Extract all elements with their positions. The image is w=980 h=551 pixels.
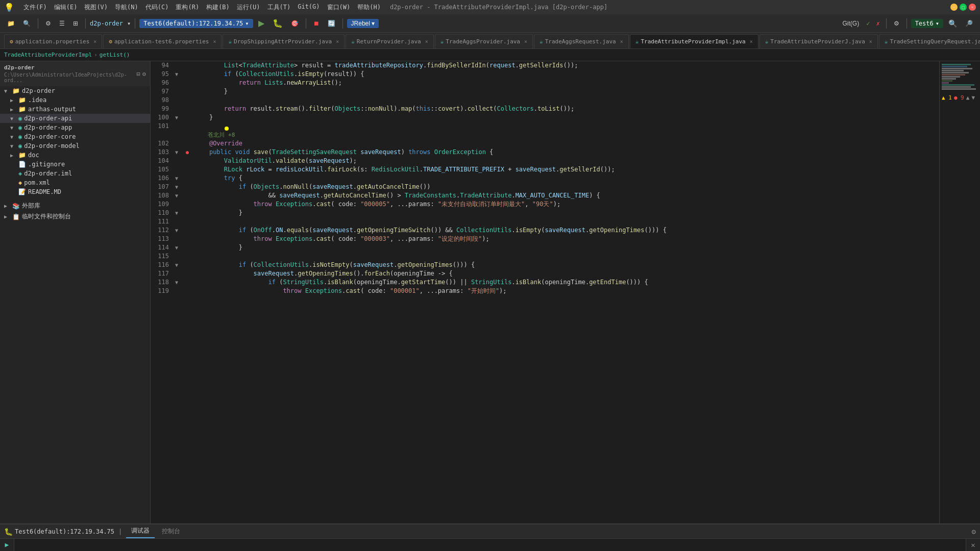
test-config-selector[interactable]: Test6 ▾ <box>911 19 943 28</box>
code-content-101 <box>192 122 939 131</box>
close-panel-btn[interactable]: ✕ <box>971 541 975 549</box>
line-num-108: 108 <box>151 191 175 200</box>
tab-close-icon-8[interactable]: × <box>869 39 872 44</box>
line-num-97: 97 <box>151 87 175 96</box>
tab-trade-setting-query[interactable]: ☕ TradeSettingQueryRequest.java × <box>879 34 980 48</box>
breadcrumb-method[interactable]: getList() <box>100 52 130 58</box>
tab-close-icon-5[interactable]: × <box>524 39 527 44</box>
line-num-95: 95 <box>151 70 175 79</box>
code-content-100: } <box>192 113 939 122</box>
project-view-btn[interactable]: 📁 <box>4 19 18 28</box>
sidebar: d2p-order C:\Users\Administrator\IdeaPro… <box>0 61 151 523</box>
breadcrumb-class[interactable]: TradeAttributeProviderImpl <box>4 52 92 58</box>
sidebar-item-d2p-order[interactable]: ▼ 📁 d2p-order <box>0 86 150 95</box>
minimize-button[interactable]: − <box>950 4 958 11</box>
tab-close-icon-3[interactable]: × <box>336 39 339 44</box>
close-button[interactable]: × <box>969 4 976 11</box>
breakpoint-103[interactable]: ● <box>186 148 189 157</box>
menu-edit[interactable]: 编辑(E) <box>51 2 81 13</box>
toolbar-layout[interactable]: ☰ <box>56 19 68 28</box>
menu-run[interactable]: 运行(U) <box>234 2 263 13</box>
code-content-116: if (CollectionUtils.isNotEmpty(saveReque… <box>192 261 939 269</box>
debug-config-icon[interactable]: 🐛 <box>4 528 13 536</box>
debug-button[interactable]: 🐛 <box>270 17 286 29</box>
menu-file[interactable]: 文件(F) <box>20 2 50 13</box>
java-icon-1: ☕ <box>228 38 232 45</box>
sidebar-item-external-libs[interactable]: ▶ 📚 外部库 <box>0 201 150 211</box>
settings-icon[interactable]: ⚙ <box>142 70 146 78</box>
code-content-95: if (CollectionUtils.isEmpty(result)) { <box>192 70 939 79</box>
code-editor[interactable]: 94 List<TradeAttribute> result = tradeAt… <box>151 61 939 523</box>
toolbar-sep-3 <box>135 18 135 29</box>
code-line-113: 113 throw Exceptions.cast( code: "000003… <box>151 235 939 243</box>
sidebar-item-arthas[interactable]: ▶ 📁 arthas-output <box>0 105 150 114</box>
panel-settings-btn[interactable]: ⚙ <box>972 528 976 536</box>
sidebar-item-pom[interactable]: ◆ pom.xml <box>0 178 150 187</box>
folder-icon-4: 📁 <box>18 152 26 159</box>
tab-trade-attribute-impl[interactable]: ☕ TradeAttributeProviderImpl.java × <box>630 34 758 48</box>
menu-view[interactable]: 视图(V) <box>81 2 111 13</box>
menu-git[interactable]: Git(G) <box>295 2 323 13</box>
sidebar-item-d2p-order-app[interactable]: ▼ ◉ d2p-order-app <box>0 123 150 132</box>
sidebar-item-readme[interactable]: 📝 README.MD <box>0 187 150 196</box>
tab-trade-aggs-provider[interactable]: ☕ TradeAggsProvider.java × <box>435 34 533 48</box>
code-line-104: 104 ValidatorUtil.validate(saveRequest); <box>151 157 939 165</box>
fold-110: ▼ <box>175 209 182 217</box>
menu-code[interactable]: 代码(C) <box>142 2 172 13</box>
sidebar-item-doc[interactable]: ▶ 📁 doc <box>0 151 150 160</box>
fold-108: ▼ <box>175 191 182 200</box>
stop-button[interactable]: ⏹ <box>310 19 323 28</box>
btm-tab-debugger[interactable]: 调试器 <box>126 524 155 538</box>
jrebel-button[interactable]: JRebel ▾ <box>347 19 379 28</box>
menu-refactor[interactable]: 重构(R) <box>173 2 202 13</box>
code-content-102: @Override <box>192 139 939 148</box>
code-line-114: 114 ▼ } <box>151 243 939 252</box>
tab-trade-attribute-j[interactable]: ☕ TradeAttributeProviderJ.java × <box>760 34 878 48</box>
line-num-102: 102 <box>151 139 175 148</box>
run-button[interactable]: ▶ <box>255 17 267 29</box>
resume-btn[interactable]: ▶ <box>2 541 12 548</box>
toolbar-search[interactable]: 🔍 <box>20 19 34 28</box>
maximize-button[interactable]: □ <box>960 4 967 11</box>
sidebar-item-d2p-order-core[interactable]: ▼ ◉ d2p-order-core <box>0 132 150 141</box>
sidebar-item-gitignore[interactable]: 📄 .gitignore <box>0 160 150 169</box>
tab-close-icon[interactable]: × <box>93 39 96 44</box>
menu-nav[interactable]: 导航(N) <box>112 2 141 13</box>
menu-window[interactable]: 窗口(W) <box>324 2 354 13</box>
tab-dropshipping[interactable]: ☕ DropShippingAttrProvider.java × <box>223 34 345 48</box>
tab-close-icon-2[interactable]: × <box>213 39 216 44</box>
nav-down[interactable]: ▼ <box>971 94 975 101</box>
settings-global[interactable]: ⚙ <box>891 19 902 28</box>
toolbar-settings[interactable]: ⚙ <box>42 19 54 28</box>
tab-application-test6[interactable]: ⚙ application-test6.properties × <box>103 34 222 48</box>
tab-return-provider[interactable]: ☕ ReturnProvider.java × <box>346 34 434 48</box>
sidebar-item-d2p-order-model[interactable]: ▼ ◉ d2p-order-model <box>0 141 150 151</box>
tab-close-icon-7[interactable]: × <box>750 39 753 44</box>
btm-tab-console[interactable]: 控制台 <box>157 525 185 538</box>
tab-trade-aggs-request[interactable]: ☕ TradeAggsRequest.java × <box>534 34 629 48</box>
collapse-all-btn[interactable]: ⊟ <box>137 70 140 78</box>
restart-button[interactable]: 🔄 <box>325 19 338 28</box>
menu-help[interactable]: 帮助(H) <box>354 2 384 13</box>
code-line-97: 97 } <box>151 87 939 96</box>
menu-tools[interactable]: 工具(T) <box>264 2 294 13</box>
sidebar-item-d2p-order-api[interactable]: ▼ ◉ d2p-order-api <box>0 114 150 123</box>
tab-close-icon-4[interactable]: × <box>425 39 428 44</box>
menu-build[interactable]: 构建(B) <box>203 2 233 13</box>
sidebar-item-temp-files[interactable]: ▶ 📋 临时文件和控制台 <box>0 211 150 222</box>
nav-up[interactable]: ▲ <box>966 94 970 101</box>
sidebar-item-iml[interactable]: ◈ d2p-order.iml <box>0 169 150 178</box>
toolbar-split[interactable]: ⊞ <box>70 19 81 28</box>
fold-106: ▼ <box>175 174 182 183</box>
zoom-out-btn[interactable]: 🔍 <box>945 18 960 29</box>
git-toolbar-btn[interactable]: Git(G) <box>840 19 863 28</box>
bottom-content: ▶ ↷ ↓ ↑ → ⌨ ⟳ ⊙ ⊘ ⏹ 🗑 已连接到目标 VM，地址：''172… <box>0 539 980 551</box>
tab-application-properties[interactable]: ⚙ application.properties × <box>4 34 102 48</box>
search-everywhere-btn[interactable]: 🔎 <box>962 19 976 28</box>
run-config-selector[interactable]: Test6(default):172.19.34.75 ▾ <box>139 19 253 28</box>
fold-116: ▼ <box>175 261 182 269</box>
coverage-button[interactable]: 🎯 <box>288 19 302 28</box>
sidebar-item-idea[interactable]: ▶ 📁 .idea <box>0 95 150 105</box>
tab-close-icon-6[interactable]: × <box>620 39 623 44</box>
code-content-103: public void save(TradeSettingSaveRequest… <box>192 148 939 157</box>
